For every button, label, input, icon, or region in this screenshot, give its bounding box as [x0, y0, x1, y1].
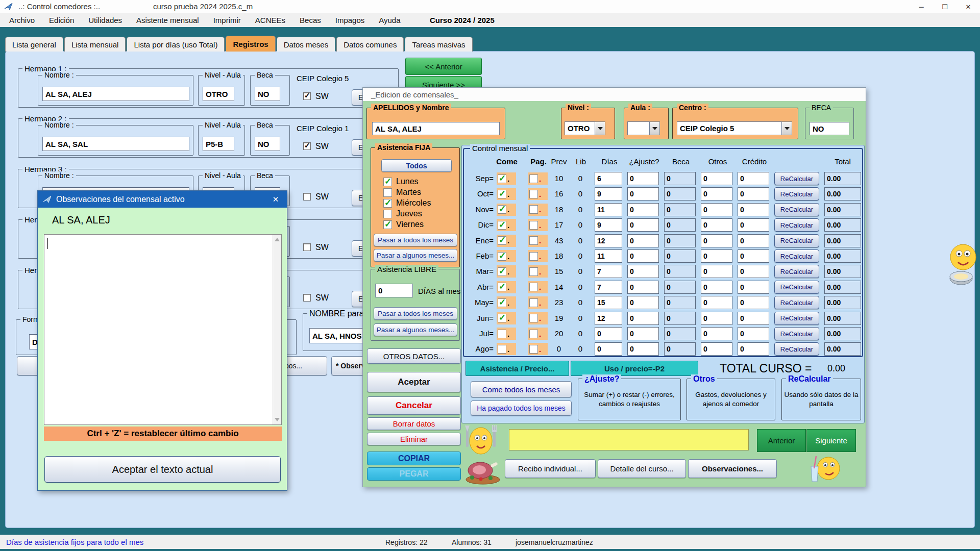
- come-checkbox[interactable]: [498, 267, 506, 276]
- pag-checkbox[interactable]: [529, 252, 538, 261]
- credito-field[interactable]: 0: [738, 203, 769, 216]
- ajuste-field[interactable]: 0: [627, 327, 659, 340]
- come-checkbox[interactable]: [498, 298, 506, 307]
- chevron-down-icon[interactable]: [782, 121, 792, 135]
- come-checkbox[interactable]: [498, 236, 506, 245]
- beca-month-field[interactable]: 0: [664, 172, 696, 185]
- todos-button[interactable]: Todos: [381, 159, 452, 172]
- borrar-datos-button[interactable]: Borrar datos: [367, 417, 461, 430]
- tab-lista-mensual[interactable]: Lista mensual: [64, 37, 126, 52]
- come-checkbox[interactable]: [498, 252, 506, 261]
- ajuste-field[interactable]: 0: [627, 265, 659, 278]
- aceptar-button[interactable]: Aceptar: [367, 372, 461, 392]
- pag-checkbox[interactable]: [529, 345, 538, 354]
- recalcular-button[interactable]: ReCalcular: [774, 187, 819, 201]
- accept-text-button[interactable]: Aceptar el texto actual: [44, 456, 281, 483]
- ajuste-field[interactable]: 0: [627, 172, 659, 185]
- otros-field[interactable]: 0: [701, 342, 732, 356]
- recalcular-button[interactable]: ReCalcular: [774, 342, 819, 356]
- come-checkbox[interactable]: [498, 221, 506, 230]
- recalcular-button[interactable]: ReCalcular: [774, 218, 819, 232]
- dias-field[interactable]: 12: [595, 234, 622, 247]
- anterior-button[interactable]: Anterior: [757, 429, 806, 452]
- beca-month-field[interactable]: 0: [664, 265, 696, 278]
- otros-field[interactable]: 0: [701, 327, 732, 340]
- otros-field[interactable]: 0: [701, 281, 732, 294]
- beca-month-field[interactable]: 0: [664, 249, 696, 263]
- sw-checkbox[interactable]: [303, 142, 311, 150]
- otros-field[interactable]: 0: [701, 172, 732, 185]
- cancelar-button[interactable]: Cancelar: [367, 396, 461, 415]
- ajuste-field[interactable]: 0: [627, 234, 659, 247]
- pag-checkbox[interactable]: [529, 236, 538, 245]
- pag-checkbox[interactable]: [529, 298, 538, 307]
- weekday-checkbox-jueves[interactable]: [383, 210, 392, 218]
- observaciones-dialog-button[interactable]: Observaciones...: [688, 459, 777, 478]
- credito-field[interactable]: 0: [738, 265, 769, 278]
- ajuste-field[interactable]: 0: [627, 218, 659, 232]
- scroll-down-icon[interactable]: [275, 418, 280, 421]
- come-checkbox[interactable]: [498, 314, 506, 322]
- libre-pasar-algunos-button[interactable]: Pasar a algunos meses...: [374, 323, 457, 336]
- beca-month-field[interactable]: 0: [664, 218, 696, 232]
- dias-field[interactable]: 7: [595, 265, 622, 278]
- beca-month-field[interactable]: 0: [664, 281, 696, 294]
- otros-field[interactable]: 0: [701, 312, 732, 325]
- tab-lista-general[interactable]: Lista general: [5, 37, 63, 52]
- otros-field[interactable]: 0: [701, 249, 732, 263]
- tab-tareas-masivas[interactable]: Tareas masivas: [405, 37, 472, 52]
- credito-field[interactable]: 0: [738, 187, 769, 201]
- nivel-combo[interactable]: OTRO: [565, 121, 605, 135]
- beca-month-field[interactable]: 0: [664, 342, 696, 356]
- sw-checkbox[interactable]: [303, 193, 311, 201]
- pag-checkbox[interactable]: [529, 221, 538, 230]
- weekday-checkbox-lunes[interactable]: [383, 178, 392, 186]
- come-todos-button[interactable]: Come todos los meses: [471, 381, 572, 397]
- ajuste-field[interactable]: 0: [627, 203, 659, 216]
- otros-field[interactable]: 0: [701, 234, 732, 247]
- recalcular-button[interactable]: ReCalcular: [774, 249, 819, 263]
- credito-field[interactable]: 0: [738, 342, 769, 356]
- beca-month-field[interactable]: 0: [664, 203, 696, 216]
- come-checkbox[interactable]: [498, 174, 506, 183]
- beca-month-field[interactable]: 0: [664, 296, 696, 309]
- nombre-field[interactable]: AL SA, SAL: [42, 137, 189, 151]
- come-checkbox[interactable]: [498, 283, 506, 291]
- recibo-individual-button[interactable]: Recibo individual...: [505, 459, 596, 478]
- recalcular-button[interactable]: ReCalcular: [774, 172, 819, 185]
- menu-item-archivo[interactable]: Archivo: [2, 13, 42, 27]
- ajuste-field[interactable]: 0: [627, 249, 659, 263]
- otros-field[interactable]: 0: [701, 265, 732, 278]
- recalcular-button[interactable]: ReCalcular: [774, 203, 819, 216]
- aula-combo[interactable]: [627, 121, 660, 135]
- asistencia-precio-button[interactable]: Asistencia / Precio...: [465, 361, 569, 376]
- beca-month-field[interactable]: 0: [664, 187, 696, 201]
- minimize-icon[interactable]: ─: [910, 0, 933, 13]
- nombre-field[interactable]: AL SA, ALEJ: [42, 87, 189, 101]
- credito-field[interactable]: 0: [738, 234, 769, 247]
- libre-pasar-todos-button[interactable]: Pasar a todos los meses: [374, 307, 457, 320]
- dias-field[interactable]: 12: [595, 312, 622, 325]
- menu-item-acnees[interactable]: ACNEEs: [248, 13, 292, 27]
- observaciones-textarea[interactable]: [44, 234, 282, 425]
- credito-field[interactable]: 0: [738, 312, 769, 325]
- recalcular-button[interactable]: ReCalcular: [774, 296, 819, 309]
- observaciones-dialog-titlebar[interactable]: Observaciones del comensal activo ✕: [38, 191, 287, 208]
- pag-checkbox[interactable]: [529, 174, 538, 183]
- menu-item-becas[interactable]: Becas: [292, 13, 328, 27]
- recalcular-button[interactable]: ReCalcular: [774, 234, 819, 247]
- apellidos-field[interactable]: AL SA, ALEJ: [372, 122, 500, 135]
- weekday-checkbox-miércoles[interactable]: [383, 199, 392, 208]
- dias-field[interactable]: 6: [595, 172, 622, 185]
- pag-checkbox[interactable]: [529, 283, 538, 291]
- otros-field[interactable]: 0: [701, 296, 732, 309]
- centro-combo[interactable]: CEIP Colegio 5: [677, 121, 792, 135]
- pag-checkbox[interactable]: [529, 330, 538, 338]
- menu-item-asistente-mensual[interactable]: Asistente mensual: [129, 13, 206, 27]
- ajuste-field[interactable]: 0: [627, 281, 659, 294]
- uso-precio-button[interactable]: Uso / precio=-P2: [571, 361, 698, 376]
- dias-field[interactable]: 9: [595, 187, 622, 201]
- dias-field[interactable]: 9: [595, 218, 622, 232]
- detalle-curso-button[interactable]: Detalle del curso...: [598, 459, 686, 478]
- nota-field[interactable]: [509, 429, 749, 450]
